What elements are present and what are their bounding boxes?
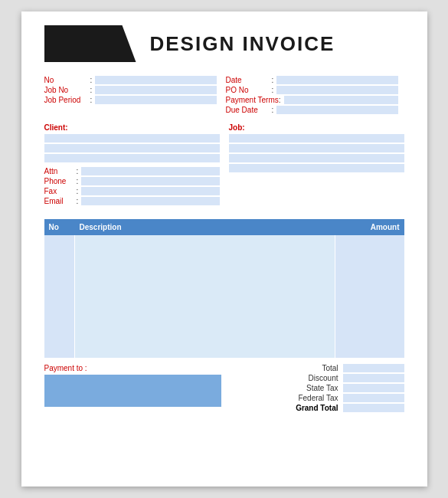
job-field-2[interactable] — [229, 144, 404, 152]
payment-terms-label: Payment Terms — [226, 96, 279, 104]
email-row: Email : — [44, 197, 220, 205]
client-field-2[interactable] — [44, 144, 220, 152]
attn-field[interactable] — [81, 167, 219, 175]
po-no-label: PO No — [226, 86, 272, 94]
state-tax-label: State Tax — [285, 384, 338, 392]
table-amount-cell[interactable] — [335, 235, 404, 358]
attn-row: Attn : — [44, 167, 220, 175]
info-section: No : Date : Job No : PO No : — [21, 76, 427, 114]
info-row-duedate: Due Date : — [44, 106, 404, 114]
discount-label: Discount — [285, 374, 338, 382]
job-period-label: Job Period — [44, 96, 90, 104]
phone-field[interactable] — [81, 177, 219, 185]
client-label: Client: — [44, 123, 220, 132]
grand-total-row: Grand Total — [227, 404, 404, 412]
info-row-period-terms: Job Period : Payment Terms : — [44, 96, 404, 104]
job-field-4[interactable] — [229, 164, 404, 172]
fax-label: Fax — [44, 187, 77, 195]
federal-tax-field[interactable] — [343, 394, 404, 402]
email-label: Email — [44, 197, 77, 205]
client-block: Client: Attn : Phone : Fax : — [44, 123, 220, 207]
phone-row: Phone : — [44, 177, 220, 185]
client-sub-fields: Attn : Phone : Fax : Email : — [44, 167, 220, 205]
discount-row: Discount — [227, 374, 404, 382]
total-label: Total — [285, 364, 338, 372]
job-label: Job: — [229, 123, 404, 132]
fax-field[interactable] — [81, 187, 219, 195]
no-field[interactable] — [95, 76, 216, 84]
federal-tax-label: Federal Tax — [285, 394, 338, 402]
logo-shape — [44, 25, 136, 62]
table-no-cell[interactable] — [44, 235, 75, 358]
discount-field[interactable] — [343, 374, 404, 382]
table-amount-header: Amount — [335, 219, 404, 235]
job-field-1[interactable] — [229, 134, 404, 143]
due-date-field[interactable] — [276, 106, 397, 114]
due-date-label: Due Date — [226, 106, 272, 114]
email-field[interactable] — [81, 197, 219, 205]
table-no-header: No — [44, 219, 75, 235]
attn-label: Attn — [44, 167, 77, 175]
info-row-jobno-pono: Job No : PO No : — [44, 86, 404, 94]
invoice-table: No Description Amount — [44, 219, 404, 358]
total-field[interactable] — [343, 364, 404, 372]
phone-label: Phone — [44, 177, 77, 185]
grand-total-label: Grand Total — [285, 404, 338, 412]
table-desc-header: Description — [75, 219, 335, 235]
po-no-field[interactable] — [276, 86, 397, 94]
job-block: Job: — [229, 123, 404, 207]
date-label: Date — [226, 76, 272, 84]
job-no-label: Job No — [44, 86, 90, 94]
payment-terms-field[interactable] — [284, 96, 398, 104]
totals-block: Total Discount State Tax Federal Tax Gra… — [227, 364, 404, 412]
invoice-page: DESIGN INVOICE No : Date : Job No : — [21, 11, 427, 487]
payment-to-label: Payment to : — [44, 364, 221, 372]
header: DESIGN INVOICE — [21, 11, 427, 70]
payment-block: Payment to : — [44, 364, 221, 412]
client-field-1[interactable] — [44, 134, 220, 143]
client-field-3[interactable] — [44, 154, 220, 162]
job-field-3[interactable] — [229, 154, 404, 162]
no-label: No — [44, 76, 90, 84]
federal-tax-row: Federal Tax — [227, 394, 404, 402]
client-job-section: Client: Attn : Phone : Fax : — [21, 120, 427, 213]
state-tax-field[interactable] — [343, 384, 404, 392]
fax-row: Fax : — [44, 187, 220, 195]
table-body-row — [44, 235, 404, 358]
date-field[interactable] — [276, 76, 397, 84]
total-row: Total — [227, 364, 404, 372]
invoice-title: DESIGN INVOICE — [150, 32, 335, 56]
info-row-no-date: No : Date : — [44, 76, 404, 84]
grand-total-field[interactable] — [343, 404, 404, 412]
job-no-field[interactable] — [95, 86, 216, 94]
bottom-section: Payment to : Total Discount State Tax Fe… — [21, 364, 427, 412]
job-period-field[interactable] — [95, 96, 216, 104]
payment-field[interactable] — [44, 375, 221, 407]
table-desc-cell[interactable] — [75, 235, 335, 358]
state-tax-row: State Tax — [227, 384, 404, 392]
